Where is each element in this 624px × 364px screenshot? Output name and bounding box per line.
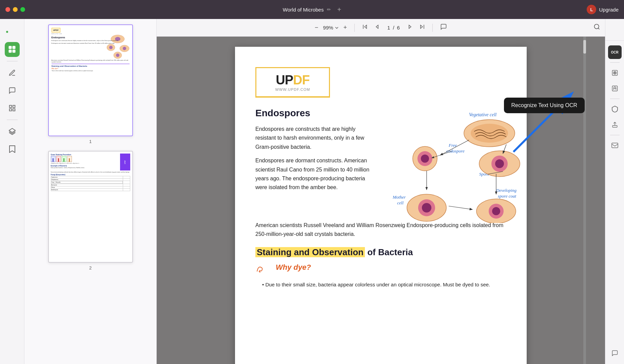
updf-website: WWW.UPDF.COM [275,87,310,92]
left-sidebar [0,19,24,364]
svg-rect-0 [9,46,12,49]
titlebar-right: L Upgrade [587,5,619,14]
svg-point-27 [421,155,429,163]
page-navigation: 1 / 6 [387,25,400,31]
minimize-button[interactable] [13,7,18,12]
upgrade-button[interactable]: L Upgrade [587,5,619,14]
svg-point-17 [594,24,599,29]
svg-text:Mother: Mother [392,195,406,200]
email-button[interactable] [608,139,622,152]
why-dye-row: Why dye? [255,260,506,276]
thumb-frame-2: Gram Staining Procedure ● Applying iodid… [48,151,133,263]
scan-button[interactable] [608,66,622,80]
last-page-button[interactable] [417,23,427,33]
endospores-para1: Endospores are constructs that are highl… [255,125,371,151]
right-divider-3 [610,135,620,135]
svg-rect-2 [9,50,12,53]
svg-point-36 [492,207,500,215]
updf-logo: UPDF WWW.UPDF.COM [255,67,330,98]
chat-button[interactable] [608,346,622,360]
updf-logo-text: UPDF [276,73,309,87]
close-button[interactable] [5,7,10,12]
annotation-mode-button[interactable] [438,22,449,33]
right-search-area [605,23,624,41]
right-divider-2 [610,99,620,99]
pdf-page: UPDF WWW.UPDF.COM Endospores Endospores … [235,47,527,364]
svg-text:spore coat: spore coat [498,194,516,199]
bullet-1: • Due to their small size, bacteria appe… [262,281,506,289]
why-dye-text: Why dye? [276,263,311,272]
endospore-diagram: Vegetative cell Free endospore [381,108,530,223]
thumb-label-1: 1 [89,139,92,144]
edit-title-icon[interactable]: ✏ [327,7,331,12]
thumb-frame-1: UPDF WWW.UPDF.COM Endospores Endospores … [48,24,133,136]
first-page-button[interactable] [360,23,370,33]
svg-text:Developing: Developing [496,188,516,193]
zoom-in-button[interactable]: + [342,23,349,33]
endospores-para2: Endospores are dormant constructs. Ameri… [255,156,371,192]
endospores-heading: Endospores [255,108,371,119]
ocr-button[interactable]: OCR [608,45,622,59]
maximize-button[interactable] [20,7,25,12]
sidebar-comment[interactable] [5,83,20,98]
titlebar: World of Microbes ✏ + L Upgrade [0,0,624,19]
toolbar: − 99% + 1 / 6 [157,19,605,37]
next-page-button[interactable] [405,23,415,33]
thumb-content-2: Gram Staining Procedure ● Applying iodid… [49,151,132,262]
document-title: World of Microbes [283,7,324,13]
zoom-display[interactable]: 99% [323,25,339,31]
sidebar-bookmark[interactable] [5,142,20,157]
sidebar-dot-indicator [5,24,20,39]
main-layout: UPDF WWW.UPDF.COM Endospores Endospores … [0,19,624,364]
svg-point-31 [495,159,504,168]
thumbnails-panel: UPDF WWW.UPDF.COM Endospores Endospores … [24,19,157,364]
svg-point-14 [123,47,126,50]
scrollbar-track[interactable] [583,37,586,364]
sidebar-divider-2 [7,120,18,120]
toolbar-divider-1 [354,24,355,32]
share-button[interactable] [608,118,622,132]
scrollbar-thumb[interactable] [583,40,586,54]
window-controls [5,7,25,12]
protect-button[interactable] [608,102,622,116]
zoom-out-button[interactable]: − [313,23,320,33]
diagram-column: Vegetative cell Free endospore [381,108,530,224]
svg-text:Vegetative cell: Vegetative cell [469,112,496,117]
page-nav-bottom [405,23,427,33]
right-divider-1 [610,62,620,63]
text-column: Endospores Endospores are constructs tha… [255,108,371,224]
current-page: 1 [387,25,390,31]
thumbnail-page-2[interactable]: Gram Staining Procedure ● Applying iodid… [30,151,151,270]
svg-point-16 [116,54,119,57]
pdf-viewport[interactable]: Recognize Text Using OCR [157,37,605,364]
user-avatar: L [587,5,596,14]
thumb-content-1: UPDF WWW.UPDF.COM Endospores Endospores … [49,25,132,136]
total-pages: 6 [397,25,400,31]
svg-text:cell: cell [397,200,404,205]
search-area [591,19,605,36]
thumbnail-page-1[interactable]: UPDF WWW.UPDF.COM Endospores Endospores … [30,24,151,144]
updf-logo-container: UPDF WWW.UPDF.COM [255,67,506,98]
svg-rect-48 [612,143,618,148]
thumb-label-2: 2 [89,265,92,270]
svg-rect-7 [13,109,15,111]
content-area: − 99% + 1 / 6 [157,19,605,364]
svg-rect-5 [13,105,15,107]
prev-page-button[interactable] [372,23,382,33]
ocr-tooltip: Recognize Text Using OCR [504,98,585,113]
curl-decoration [255,263,266,273]
search-button[interactable] [591,21,602,34]
sidebar-thumbnail-view[interactable] [5,42,20,57]
pdf-a-button[interactable] [608,82,622,95]
svg-rect-47 [612,125,617,127]
svg-rect-4 [9,105,11,107]
page-nav-top [360,23,382,33]
svg-rect-6 [9,109,11,111]
sidebar-layers[interactable] [5,124,20,139]
upgrade-label: Upgrade [599,7,619,13]
right-sidebar: OCR [605,19,624,364]
add-tab-button[interactable]: + [337,6,341,14]
svg-rect-1 [13,46,15,49]
sidebar-annotate[interactable] [5,65,20,80]
sidebar-organize[interactable] [5,101,20,116]
